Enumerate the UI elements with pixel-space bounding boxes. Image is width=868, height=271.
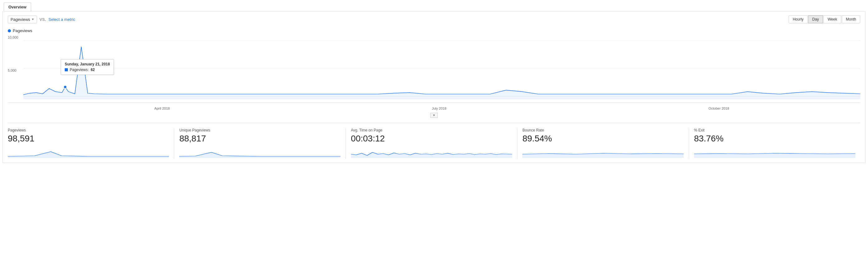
hourly-btn[interactable]: Hourly [789, 15, 808, 23]
metric-name-bounce: Bounce Rate [522, 128, 683, 132]
controls-row: Pageviews ▼ VS. Select a metric Hourly D… [8, 15, 860, 23]
tab-label: Overview [8, 5, 26, 9]
week-btn[interactable]: Week [824, 15, 841, 23]
month-btn[interactable]: Month [842, 15, 860, 23]
legend-dot-icon [8, 29, 11, 32]
metric-value-exit: 83.76% [694, 134, 855, 143]
metric1-label: Pageviews [10, 17, 30, 22]
collapse-icon[interactable]: ▼ [430, 113, 438, 118]
dropdown-arrow-icon: ▼ [31, 18, 34, 21]
tooltip-title: Sunday, January 21, 2018 [65, 62, 110, 66]
metric-value-unique: 88,817 [179, 134, 340, 143]
legend-label: Pageviews [13, 28, 32, 33]
x-axis-labels: April 2018 July 2018 October 2018 [8, 105, 860, 111]
overview-tab[interactable]: Overview [4, 2, 31, 11]
tooltip-metric-label: Pageviews: [70, 67, 89, 72]
metric-name-avg-time: Avg. Time on Page [351, 128, 512, 132]
chart-legend: Pageviews [8, 28, 860, 33]
y-label-5000: 5,000 [8, 69, 23, 72]
metric-name-exit: % Exit [694, 128, 855, 132]
tooltip-box: Sunday, January 21, 2018 Pageviews: 62 [61, 59, 114, 75]
mini-chart-avg-time [351, 145, 512, 158]
x-label-april: April 2018 [154, 107, 170, 110]
mini-chart-pageviews [8, 145, 169, 158]
vs-label: VS. [39, 17, 46, 22]
chart-area: 10,000 5,000 Sunday, January 21, 2018 [8, 34, 860, 103]
metric-dropdown[interactable]: Pageviews ▼ [8, 16, 37, 23]
chart-svg-container: Sunday, January 21, 2018 Pageviews: 62 [23, 34, 860, 103]
y-axis-labels: 10,000 5,000 [8, 34, 23, 103]
metric-value-avg-time: 00:03:12 [351, 134, 512, 143]
left-controls: Pageviews ▼ VS. Select a metric [8, 16, 75, 23]
mini-chart-bounce [522, 145, 683, 158]
metric-name-unique: Unique Pageviews [179, 128, 340, 132]
main-container: Pageviews ▼ VS. Select a metric Hourly D… [2, 11, 866, 163]
x-label-july: July 2018 [432, 107, 446, 110]
main-chart-svg [23, 34, 860, 103]
mini-chart-unique [179, 145, 340, 158]
time-buttons: Hourly Day Week Month [789, 15, 860, 23]
x-label-october: October 2018 [708, 107, 729, 110]
collapse-button-container: ▼ [8, 113, 860, 118]
tooltip-row: Pageviews: 62 [65, 67, 110, 72]
metric-value-bounce: 89.54% [522, 134, 683, 143]
metrics-row: Pageviews 98,591 Unique Pageviews 88,817… [8, 123, 860, 159]
metric-card-bounce: Bounce Rate 89.54% [522, 128, 689, 159]
selected-point [63, 85, 67, 88]
mini-chart-exit [694, 145, 855, 158]
metric-card-pageviews: Pageviews 98,591 [8, 128, 174, 159]
tooltip-metric-value: 62 [91, 67, 95, 72]
y-label-10000: 10,000 [8, 35, 23, 39]
day-btn[interactable]: Day [808, 15, 823, 23]
select-metric-link[interactable]: Select a metric [49, 17, 75, 22]
metric-card-unique-pageviews: Unique Pageviews 88,817 [179, 128, 346, 159]
metric-name-pageviews: Pageviews [8, 128, 169, 132]
metric-card-exit: % Exit 83.76% [694, 128, 860, 159]
tooltip-icon [65, 68, 68, 71]
metric-value-pageviews: 98,591 [8, 134, 169, 143]
metric-card-avg-time: Avg. Time on Page 00:03:12 [351, 128, 517, 159]
